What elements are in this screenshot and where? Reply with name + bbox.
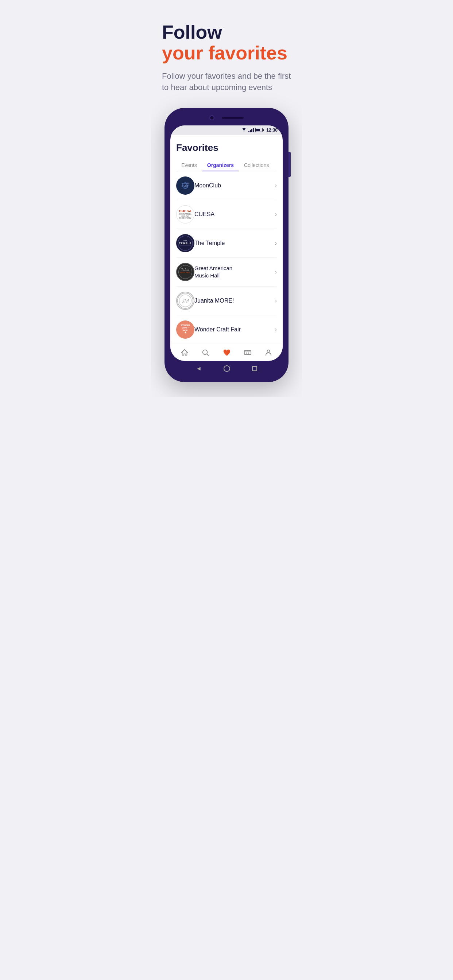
app-content: Favorites Events Organizers Collections: [170, 135, 283, 344]
tab-events[interactable]: Events: [176, 159, 202, 171]
organizer-item-moonclub[interactable]: MOON CLUB MoonClub ›: [176, 171, 277, 200]
wifi-icon: [241, 128, 247, 132]
moonclub-avatar: MOON CLUB: [176, 177, 195, 195]
phone-home-button[interactable]: [223, 365, 230, 372]
juanita-chevron: ›: [275, 298, 277, 304]
phone-nav-bar: ◄: [170, 361, 283, 376]
organizer-item-temple[interactable]: THE TEMPLE The Temple ›: [176, 229, 277, 258]
gamh-chevron: ›: [275, 269, 277, 275]
juanita-name: Juanita MORE!: [195, 297, 275, 305]
status-time: 12:30: [266, 127, 278, 133]
juanita-avatar: JM: [176, 292, 195, 310]
phone-camera: [209, 115, 214, 120]
organizer-item-wonder[interactable]: WONDER CRAFT FAIR ✦ Wonder Craft Fair ›: [176, 315, 277, 344]
subtitle-text: Follow your favorites and be the first t…: [162, 71, 291, 93]
nav-favorites[interactable]: [222, 348, 231, 356]
svg-rect-24: [244, 350, 250, 355]
gamh-name: Great AmericanMusic Hall: [195, 265, 275, 279]
tab-collections[interactable]: Collections: [239, 159, 274, 171]
headline-follow: Follow your favorites: [162, 22, 291, 64]
signal-icon: [248, 128, 254, 132]
svg-point-25: [267, 350, 270, 353]
cuesa-chevron: ›: [275, 211, 277, 218]
organizer-item-juanita[interactable]: JM Juanita MORE! ›: [176, 286, 277, 315]
phone-back-button[interactable]: ◄: [196, 365, 202, 372]
svg-text:American: American: [181, 270, 189, 272]
cuesa-name: CUESA: [195, 211, 275, 218]
temple-chevron: ›: [275, 240, 277, 247]
cuesa-avatar: CUESA CULTIVATING A HEALTHYFOOD SYSTEM: [176, 205, 195, 223]
svg-text:✦: ✦: [184, 331, 187, 334]
svg-text:TEMPLE: TEMPLE: [179, 242, 191, 245]
organizer-list: MOON CLUB MoonClub ›: [176, 171, 277, 344]
phone-mockup: 12:30 Favorites Events Organizers: [162, 108, 291, 382]
headline-section: Follow your favorites Follow your favori…: [162, 22, 291, 93]
wonder-name: Wonder Craft Fair: [195, 326, 275, 334]
wonder-chevron: ›: [275, 326, 277, 333]
nav-home[interactable]: [180, 348, 188, 356]
organizer-item-gamh[interactable]: The Great American MUSIC HALL Great Amer…: [176, 258, 277, 286]
phone-recents-button[interactable]: [252, 366, 257, 371]
svg-text:CRAFT: CRAFT: [182, 327, 189, 329]
organizer-item-cuesa[interactable]: CUESA CULTIVATING A HEALTHYFOOD SYSTEM C…: [176, 200, 277, 229]
temple-name: The Temple: [195, 240, 275, 247]
bottom-nav: [170, 344, 283, 361]
nav-tickets[interactable]: [244, 348, 252, 356]
moonclub-chevron: ›: [275, 182, 277, 189]
page-container: Follow your favorites Follow your favori…: [151, 0, 302, 397]
headline-follow-text: Follow: [162, 22, 222, 43]
gamh-avatar: The Great American MUSIC HALL: [176, 263, 195, 281]
nav-profile[interactable]: [265, 348, 273, 356]
moonclub-name: MoonClub: [195, 182, 275, 189]
wonder-avatar: WONDER CRAFT FAIR ✦: [176, 320, 195, 339]
battery-icon: [255, 128, 263, 132]
tab-organizers[interactable]: Organizers: [202, 159, 239, 171]
phone-speaker: [222, 117, 244, 119]
tabs-row: Events Organizers Collections: [176, 159, 277, 171]
svg-text:THE: THE: [183, 240, 188, 242]
app-title: Favorites: [176, 142, 277, 153]
svg-text:CLUB: CLUB: [182, 185, 188, 187]
phone-outer: 12:30 Favorites Events Organizers: [164, 108, 289, 382]
headline-favorites-text: your favorites: [162, 42, 287, 64]
svg-text:WONDER: WONDER: [180, 324, 190, 326]
phone-screen: 12:30 Favorites Events Organizers: [170, 126, 283, 361]
phone-top-bar: [170, 114, 283, 122]
phone-side-button: [289, 152, 291, 177]
svg-text:JM: JM: [181, 298, 189, 304]
status-bar: 12:30: [170, 126, 283, 135]
nav-search[interactable]: [201, 348, 209, 356]
status-icons: [241, 128, 263, 132]
temple-avatar: THE TEMPLE: [176, 234, 195, 252]
svg-text:MUSIC HALL: MUSIC HALL: [180, 272, 190, 274]
